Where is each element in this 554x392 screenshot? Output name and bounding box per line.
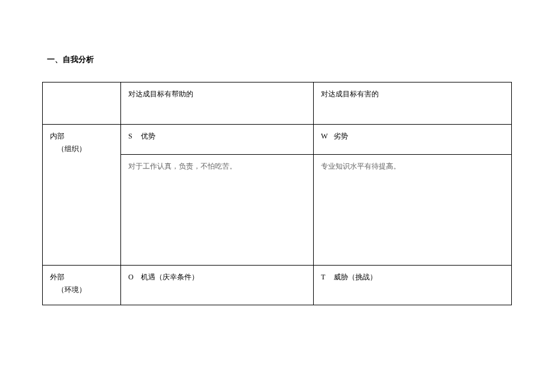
swot-table: 对达成目标有帮助的 对达成目标有害的 内部 （组织） S 优势 W 劣势 对于工…: [42, 82, 512, 305]
w-letter: W: [321, 131, 332, 142]
opportunities-header: O 机遇（庆幸条件）: [121, 266, 314, 305]
weaknesses-content: 专业知识水平有待提高。: [314, 155, 512, 266]
internal-sub-label: （组织）: [57, 143, 113, 154]
header-helpful: 对达成目标有帮助的: [121, 82, 314, 125]
external-sub-label: （环境）: [57, 284, 113, 295]
section-title: 一、自我分析: [47, 54, 512, 65]
header-harmful: 对达成目标有害的: [314, 82, 512, 125]
o-label: 机遇（庆幸条件）: [141, 273, 199, 281]
document-page: 一、自我分析 对达成目标有帮助的 对达成目标有害的 内部 （组织） S 优势 W…: [0, 0, 554, 305]
strengths-header: S 优势: [121, 125, 314, 155]
w-label: 劣势: [334, 132, 348, 140]
t-letter: T: [321, 272, 332, 283]
internal-label-row: 内部 （组织） S 优势 W 劣势: [43, 125, 512, 155]
internal-main-label: 内部: [50, 131, 113, 142]
header-blank: [43, 82, 121, 125]
external-label-row: 外部 （环境） O 机遇（庆幸条件） T 威胁（挑战）: [43, 266, 512, 305]
s-label: 优势: [141, 132, 155, 140]
weaknesses-header: W 劣势: [314, 125, 512, 155]
external-row-label: 外部 （环境）: [43, 266, 121, 305]
internal-row-label: 内部 （组织）: [43, 125, 121, 266]
t-label: 威胁（挑战）: [334, 273, 377, 281]
table-header-row: 对达成目标有帮助的 对达成目标有害的: [43, 82, 512, 125]
o-letter: O: [128, 272, 139, 283]
s-letter: S: [128, 131, 139, 142]
external-main-label: 外部: [50, 272, 113, 283]
strengths-content: 对于工作认真，负责，不怕吃苦。: [121, 155, 314, 266]
threats-header: T 威胁（挑战）: [314, 266, 512, 305]
